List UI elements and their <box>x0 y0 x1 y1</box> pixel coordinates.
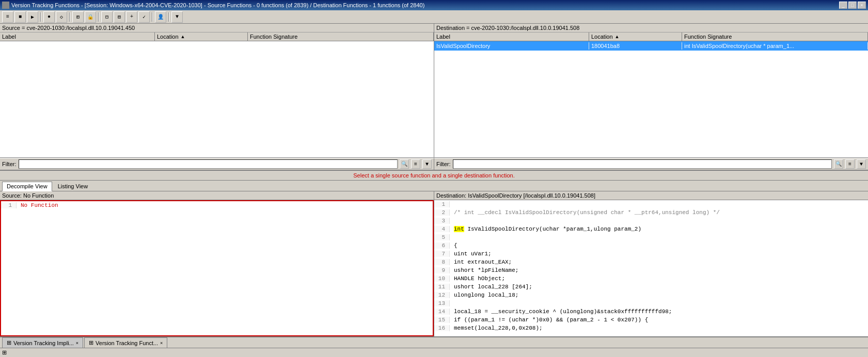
lcontent-d8: int extraout_EAX; <box>450 259 512 265</box>
view-tabs: Decompile View Listing View <box>0 181 868 191</box>
destination-code-panel: Destination: IsValidSpoolDirectory [/loc… <box>434 191 868 336</box>
close-btn[interactable]: × <box>858 2 866 9</box>
lcontent-d7: uint uVar1; <box>450 251 492 257</box>
source-filter-bar: Filter: 🔍 ≡ ▼ <box>0 158 434 170</box>
destination-panel-body[interactable]: IsValidSpoolDirectory 180041ba8 int IsVa… <box>434 41 868 157</box>
source-panel: Source = cve-2020-1030:/localspl.dll.10.… <box>0 24 434 157</box>
status-bar-icon: ⊞ <box>2 349 7 356</box>
lnum-d9: 9 <box>434 267 450 273</box>
title-bar-buttons[interactable]: _ □ × <box>839 2 866 9</box>
dest-filter-btn-3[interactable]: ▼ <box>857 159 866 169</box>
dest-filter-btn-1[interactable]: 🔍 <box>834 159 843 169</box>
dest-row-label: IsValidSpoolDirectory <box>434 42 589 50</box>
lnum-d13: 13 <box>434 300 450 306</box>
bottom-tab-1[interactable]: ⊞ Version Tracking Impli... × <box>2 337 83 348</box>
maximize-btn[interactable]: □ <box>848 2 857 9</box>
code-line-d5: 5 <box>434 233 868 241</box>
bottom-tab-2-close[interactable]: × <box>160 340 163 346</box>
toolbar-btn-expand[interactable]: ▼ <box>171 11 183 23</box>
minimize-btn[interactable]: _ <box>839 2 847 9</box>
toolbar-sep-1 <box>40 12 41 22</box>
toolbar-sep-4 <box>152 12 153 22</box>
lnum-d16: 16 <box>434 325 450 331</box>
lnum-d15: 15 <box>434 317 450 323</box>
toolbar-btn-5[interactable]: ◇ <box>56 11 67 23</box>
dest-filter-label: Filter: <box>436 161 451 167</box>
lcontent-d12: ulonglong local_18; <box>450 292 518 298</box>
toolbar-sep-2 <box>69 12 70 22</box>
source-code-panel: Source: No Function 1 No Function <box>0 191 434 336</box>
dest-row-signature: int IsValidSpoolDirectory(uchar * param_… <box>682 42 868 50</box>
bottom-tab-2-icon: ⊞ <box>89 339 93 346</box>
dest-sort-icon: ▲ <box>615 34 620 39</box>
lnum-d11: 11 <box>434 284 450 290</box>
source-code-body[interactable]: 1 No Function <box>0 200 434 336</box>
lnum-d4: 4 <box>434 226 450 232</box>
toolbar: ≡ ■ ▶ ● ◇ ⊞ 🔒 ⊟ ⊞ + ✓ 👤 ▼ <box>0 10 868 24</box>
code-area: Source: No Function 1 No Function Destin… <box>0 191 868 336</box>
main-content: Source = cve-2020-1030:/localspl.dll.10.… <box>0 24 868 357</box>
tab-listing-view[interactable]: Listing View <box>53 182 93 191</box>
toolbar-btn-12[interactable]: 👤 <box>155 11 166 23</box>
toolbar-btn-6[interactable]: ⊞ <box>72 11 84 23</box>
bottom-panel: Decompile View Listing View Source: No F… <box>0 181 868 336</box>
toolbar-btn-4[interactable]: ● <box>43 11 55 23</box>
dest-filter-input[interactable] <box>453 159 832 169</box>
source-filter-btn-3[interactable]: ▼ <box>422 159 432 169</box>
title-bar: Version Tracking Functions - [Session: W… <box>0 0 868 10</box>
toolbar-btn-2[interactable]: ■ <box>14 11 26 23</box>
source-col-label[interactable]: Label <box>0 33 155 41</box>
lcontent-d14: local_18 = __security_cookie ^ (ulonglon… <box>450 309 672 315</box>
source-filter-btn-2[interactable]: ≡ <box>411 159 420 169</box>
destination-code-body[interactable]: 1 2 /* int __cdecl IsValidSpoolDirectory… <box>434 200 868 336</box>
source-filter-btn-1[interactable]: 🔍 <box>400 159 409 169</box>
funcdef-name: IsValidSpoolDirectory(uchar *param_1,ulo… <box>467 226 641 232</box>
toolbar-btn-7[interactable]: 🔒 <box>85 11 96 23</box>
title-text: Version Tracking Functions - [Session: W… <box>11 2 839 8</box>
tab-decompile-view[interactable]: Decompile View <box>2 182 52 191</box>
table-row[interactable]: IsValidSpoolDirectory 180041ba8 int IsVa… <box>434 41 868 51</box>
lcontent-d11: ushort local_228 [264]; <box>450 284 532 290</box>
source-filter-label: Filter: <box>2 161 17 167</box>
source-panel-body[interactable] <box>0 41 434 157</box>
lcontent-d16: memset(local_228,0,0x208); <box>450 325 543 331</box>
code-line-d6: 6 { <box>434 241 868 250</box>
toolbar-sep-3 <box>98 12 99 22</box>
dest-col-signature[interactable]: Function Signature <box>682 33 868 41</box>
source-filter-input[interactable] <box>19 159 398 169</box>
line-num-1: 1 <box>1 202 17 208</box>
bottom-tab-2[interactable]: ⊞ Version Tracking Funct... × <box>84 337 167 348</box>
toolbar-btn-8[interactable]: ⊟ <box>101 11 113 23</box>
lnum-d12: 12 <box>434 292 450 298</box>
lnum-d5: 5 <box>434 234 450 240</box>
destination-code-header: Destination: IsValidSpoolDirectory [/loc… <box>434 191 868 200</box>
source-col-location[interactable]: Location ▲ <box>155 33 248 41</box>
code-line-1: 1 No Function <box>1 201 433 209</box>
code-line-d14: 14 local_18 = __security_cookie ^ (ulong… <box>434 307 868 316</box>
toolbar-btn-1[interactable]: ≡ <box>2 11 13 23</box>
toolbar-btn-9[interactable]: ⊞ <box>114 11 125 23</box>
source-sort-icon: ▲ <box>181 34 185 39</box>
source-col-headers: Label Location ▲ Function Signature <box>0 33 434 41</box>
lnum-d7: 7 <box>434 251 450 257</box>
dest-col-label[interactable]: Label <box>434 33 589 41</box>
code-line-d3: 3 <box>434 217 868 225</box>
status-bar: ⊞ <box>0 348 868 357</box>
dest-filter-btn-2[interactable]: ≡ <box>845 159 855 169</box>
bottom-tab-1-close[interactable]: × <box>76 340 78 346</box>
lnum-d3: 3 <box>434 218 450 224</box>
lcontent-d6: { <box>450 242 457 249</box>
toolbar-btn-11[interactable]: ✓ <box>138 11 150 23</box>
lnum-d1: 1 <box>434 201 450 207</box>
destination-label: Destination = cve-2020-1030:/localspl.dl… <box>434 24 868 33</box>
toolbar-btn-3[interactable]: ▶ <box>27 11 38 23</box>
lcontent-d10: HANDLE hObject; <box>450 275 505 282</box>
destination-panel: Destination = cve-2020-1030:/localspl.dl… <box>434 24 868 157</box>
lnum-d8: 8 <box>434 259 450 265</box>
lcontent-d4: int IsValidSpoolDirectory(uchar *param_1… <box>450 226 641 232</box>
toolbar-btn-10[interactable]: + <box>126 11 137 23</box>
dest-col-location[interactable]: Location ▲ <box>589 33 682 41</box>
source-col-signature[interactable]: Function Signature <box>248 33 434 41</box>
code-line-d4: 4 int IsValidSpoolDirectory(uchar *param… <box>434 225 868 233</box>
code-line-d13: 13 <box>434 299 868 307</box>
